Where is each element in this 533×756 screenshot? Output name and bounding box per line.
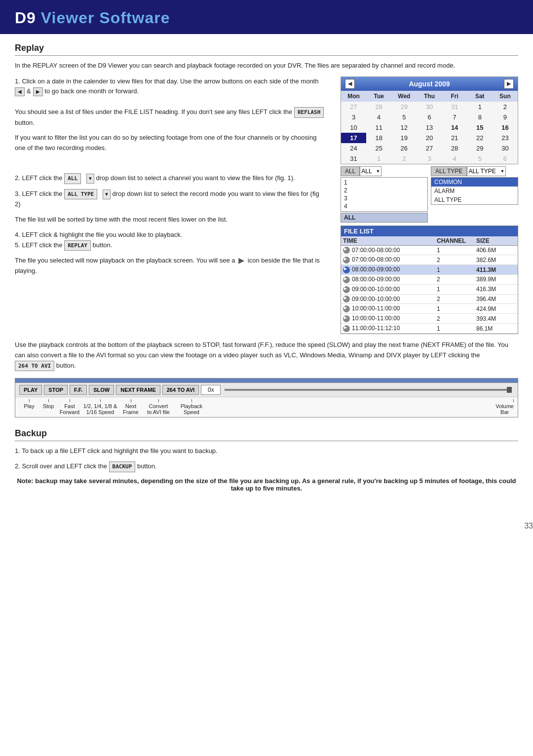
slow-button[interactable]: SLOW (89, 385, 114, 395)
channel-dropdown-wrapper[interactable]: ALL 1 2 3 4 (360, 166, 381, 176)
cal-day[interactable]: 28 (366, 102, 391, 112)
cal-day[interactable]: 1 (467, 102, 493, 112)
type-item-alarm[interactable]: ALARM (431, 187, 518, 195)
file-row[interactable]: 09:00:00-10:00:00 2396.4M (341, 295, 518, 304)
play-button[interactable]: PLAY (19, 385, 42, 395)
all-dropdown-arrow[interactable]: ▼ (86, 174, 94, 184)
file-row[interactable]: 09:00:00-10:00:00 1416.3M (341, 285, 518, 295)
file-row-highlighted[interactable]: 08:00:00-09:00:00 1411.3M (341, 265, 518, 275)
cal-day-today[interactable]: 17 (341, 133, 366, 143)
backup-note: Note: backup may take several minutes, d… (15, 477, 518, 492)
cal-day[interactable]: 18 (366, 133, 391, 143)
cal-day[interactable]: 30 (493, 143, 518, 153)
file-row[interactable]: 08:00:00-09:00:00 2389.9M (341, 275, 518, 285)
volume-track[interactable] (225, 389, 512, 391)
cal-day[interactable]: 5 (391, 112, 417, 122)
file-row[interactable]: 07:00:00-08:00:00 1406.6M (341, 246, 518, 256)
cal-day[interactable]: 15 (467, 122, 493, 133)
cal-day[interactable]: 20 (417, 133, 442, 143)
cal-day[interactable]: 2 (493, 102, 518, 112)
backup-step2: 2. Scroll over and LEFT click the BACKUP… (15, 461, 518, 472)
cal-day[interactable]: 26 (391, 143, 417, 153)
play-icon-inline (238, 258, 244, 264)
file-icon (343, 325, 350, 332)
cal-day[interactable]: 10 (341, 122, 366, 133)
file-row[interactable]: 10:00:00-11:00:00 1424.9M (341, 304, 518, 314)
channel-item[interactable]: 1 (342, 179, 426, 187)
backup-button[interactable]: BACKUP (109, 461, 136, 472)
cal-prev-btn[interactable]: ◀ (15, 87, 25, 96)
cal-day[interactable]: 19 (391, 133, 417, 143)
cal-day[interactable]: 25 (366, 143, 391, 153)
reflash-button[interactable]: REFLASH (294, 107, 324, 118)
cal-day[interactable]: 2 (391, 153, 417, 164)
title-rest: Viewer Software (36, 9, 170, 27)
cal-next-button[interactable]: ▶ (504, 79, 514, 89)
channel-item[interactable]: 3 (342, 194, 426, 202)
volume-thumb[interactable] (507, 387, 512, 393)
step1-text: 1. Click on a date in the calender to vi… (15, 76, 326, 128)
cal-day[interactable]: 24 (341, 143, 366, 153)
ff-button[interactable]: F.F. (70, 385, 87, 395)
cal-day[interactable]: 13 (417, 122, 442, 133)
cal-day[interactable]: 6 (417, 112, 442, 122)
type-item-alltype[interactable]: ALL TYPE (431, 195, 518, 204)
cal-day[interactable]: 5 (467, 153, 493, 164)
cal-day[interactable]: 16 (493, 122, 518, 133)
convert-avi-button-inline[interactable]: 264 TO AVI (15, 361, 54, 372)
file-list-header: FILE LIST (341, 226, 518, 236)
next-frame-button[interactable]: NEXT FRAME (116, 385, 160, 395)
cal-day[interactable]: 4 (442, 153, 467, 164)
type-dropdown-wrapper[interactable]: ALL TYPE COMMON ALARM (467, 166, 506, 176)
file-row[interactable]: 11:00:00-11:12:10 186.1M (341, 324, 518, 334)
all-label-inline: ALL (64, 173, 81, 184)
cal-day[interactable]: 21 (442, 133, 467, 143)
cal-day[interactable]: 29 (467, 143, 493, 153)
calendar-widget: ◀ August 2009 ▶ Mon Tue Wed Thu Fri Sat … (341, 76, 518, 164)
cal-day[interactable]: 6 (493, 153, 518, 164)
cal-day[interactable]: 27 (417, 143, 442, 153)
cal-day[interactable]: 31 (341, 153, 366, 164)
cal-day[interactable]: 27 (341, 102, 366, 112)
cal-day[interactable]: 3 (341, 112, 366, 122)
channel-item[interactable]: 4 (342, 202, 426, 210)
file-row[interactable]: 07:00:00-08:00:00 2382.6M (341, 255, 518, 265)
step3-text: 2. LEFT click the ALL ▼ drop down list t… (15, 173, 326, 184)
cal-day[interactable]: 31 (442, 102, 467, 112)
cal-day[interactable]: 9 (493, 112, 518, 122)
cal-day[interactable]: 23 (493, 133, 518, 143)
convert-avi-button[interactable]: 264 TO AVI (162, 385, 199, 395)
file-icon (343, 286, 350, 293)
cal-day[interactable]: 29 (391, 102, 417, 112)
cal-day[interactable]: 8 (467, 112, 493, 122)
cal-day[interactable]: 1 (366, 153, 391, 164)
all-bar[interactable]: ALL (341, 213, 428, 223)
playback-progress-bar[interactable] (15, 378, 518, 382)
cal-day[interactable]: 3 (417, 153, 442, 164)
cal-day[interactable]: 28 (442, 143, 467, 153)
channel-item[interactable]: 2 (342, 187, 426, 194)
all-type-label-inline: ALL TYPE (64, 189, 97, 200)
cal-day[interactable]: 22 (467, 133, 493, 143)
replay-intro: In the REPLAY screen of the D9 Viewer yo… (15, 61, 518, 71)
cal-day[interactable]: 30 (417, 102, 442, 112)
cal-prev-button[interactable]: ◀ (345, 79, 355, 89)
calendar-header: ◀ August 2009 ▶ (341, 77, 518, 91)
cal-next-btn[interactable]: ▶ (33, 87, 43, 96)
cal-day[interactable]: 7 (442, 112, 467, 122)
file-row[interactable]: 10:00:00-11:00:00 2393.4M (341, 314, 518, 324)
replay-button-inline[interactable]: REPLAY (64, 240, 91, 251)
slow-label-group: 1/2, 1/4, 1/8 &1/16 Speed (81, 399, 119, 415)
cal-day[interactable]: 14 (442, 122, 467, 133)
convert-label-group: Convertto AVI file (143, 399, 174, 415)
type-dropdown[interactable]: ALL TYPE COMMON ALARM (467, 166, 506, 176)
channel-dropdown[interactable]: ALL 1 2 3 4 (360, 166, 381, 176)
step7-text: The file you selected will now playback … (15, 256, 326, 276)
stop-button[interactable]: STOP (44, 385, 68, 395)
type-item-common[interactable]: COMMON (431, 178, 518, 187)
cal-day[interactable]: 12 (391, 122, 417, 133)
cal-day[interactable]: 11 (366, 122, 391, 133)
all-type-dropdown-arrow[interactable]: ▼ (103, 189, 111, 199)
calendar-days-header: Mon Tue Wed Thu Fri Sat Sun (341, 91, 518, 102)
cal-day[interactable]: 4 (366, 112, 391, 122)
